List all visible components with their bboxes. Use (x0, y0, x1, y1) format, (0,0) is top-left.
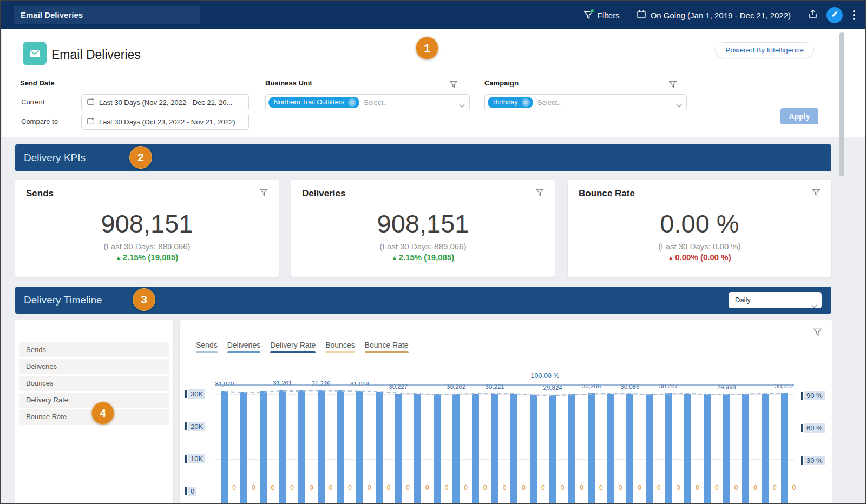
kpi-filter-icon[interactable] (812, 188, 821, 199)
date-range-label: On Going (Jan 1, 2019 - Dec 21, 2022) (651, 11, 791, 20)
sends-bar[interactable] (472, 394, 479, 504)
bounces-zero-label: 0 (580, 484, 583, 492)
date-range-button[interactable]: On Going (Jan 1, 2019 - Dec 21, 2022) (637, 9, 791, 21)
sends-bar[interactable] (665, 393, 672, 504)
sends-bar[interactable] (395, 394, 402, 504)
business-unit-select[interactable]: Northern Trail Outfitters ✕ Select.. (265, 94, 470, 110)
send-date-label: Send Date (20, 79, 55, 87)
kpi-subtext: (Last 30 Days: 0.00 %) (579, 242, 821, 251)
metric-item-sends[interactable]: Sends (19, 342, 169, 357)
delta-up-icon: ▲ (668, 255, 673, 261)
legend-tab-sends[interactable]: Sends (196, 341, 218, 353)
sends-bar[interactable] (530, 395, 537, 504)
sends-bar[interactable] (434, 394, 441, 504)
left-axis-tick: 10K (185, 454, 205, 463)
dashboard-title-input[interactable]: Email Deliveries (14, 6, 200, 24)
left-axis-tick: 30K (185, 389, 205, 399)
sends-bar[interactable] (607, 394, 614, 504)
sends-bar[interactable] (510, 394, 517, 504)
export-button[interactable] (808, 9, 818, 22)
kpi-title: Sends (26, 188, 268, 199)
more-menu-button[interactable] (851, 8, 857, 22)
sends-bar[interactable] (549, 395, 556, 504)
sends-bar[interactable] (646, 394, 653, 504)
divider (628, 8, 628, 22)
kpi-filter-icon[interactable] (535, 188, 544, 199)
sends-bar[interactable] (684, 394, 691, 504)
sends-bar[interactable] (704, 394, 711, 504)
current-date-input[interactable]: Last 30 Days (Nov 22, 2022 - Dec 21, 20.… (81, 94, 249, 110)
campaign-select[interactable]: Birthday ✕ Select.. (484, 94, 687, 110)
sends-bar[interactable] (376, 392, 383, 504)
kpi-title: Bounce Rate (579, 188, 821, 199)
sends-bar[interactable] (742, 394, 749, 504)
timeline-chart: 31,07000031,2610031,2260031,0140030,2270… (215, 320, 794, 504)
bounces-zero-label: 0 (541, 484, 545, 492)
sends-bar[interactable] (626, 394, 633, 504)
kpi-section-title: Delivery KPIs (15, 152, 86, 164)
sends-bar[interactable] (318, 390, 325, 504)
filters-button[interactable]: Filters (583, 10, 620, 20)
sends-bar[interactable] (414, 394, 421, 504)
compare-date-input[interactable]: Last 30 Days (Oct 23, 2022 - Nov 21, 202… (81, 114, 249, 130)
sends-bar[interactable] (356, 391, 363, 504)
campaign-filter-icon[interactable] (668, 80, 677, 91)
bounces-zero-label: 0 (310, 484, 313, 492)
bounces-zero-label: 0 (290, 484, 294, 492)
metric-item-deliveries[interactable]: Deliveries (19, 359, 169, 374)
sends-bar[interactable] (337, 390, 344, 504)
bounces-zero-label: 0 (792, 484, 796, 492)
kpi-value: 0.00 % (579, 209, 821, 238)
chip-label: Birthday (493, 98, 518, 106)
kpi-value: 908,151 (302, 209, 544, 238)
sends-bar[interactable] (781, 393, 788, 504)
page-scrollbar[interactable] (839, 32, 844, 176)
annotation-badge-4: 4 (91, 402, 114, 425)
sends-bar[interactable] (240, 392, 247, 504)
bar-value-label: 30,287 (659, 383, 678, 389)
sends-bar[interactable] (723, 394, 730, 504)
bounces-zero-label: 0 (503, 484, 507, 492)
sends-bar[interactable] (221, 391, 228, 504)
bar-value-label: 30,317 (775, 383, 794, 389)
kpi-card-deliveries: Deliveries 908,151 (Last 30 Days: 889,06… (291, 180, 555, 277)
current-label: Current (21, 98, 44, 106)
sends-bar[interactable] (279, 390, 286, 504)
calendar-icon (87, 117, 95, 127)
annotation-badge-1: 1 (416, 37, 438, 59)
compare-date-value: Last 30 Days (Oct 23, 2022 - Nov 21, 202… (99, 118, 235, 126)
apply-button[interactable]: Apply (780, 108, 818, 124)
bounces-zero-label: 0 (619, 484, 622, 492)
business-unit-chip: Northern Trail Outfitters ✕ (268, 97, 359, 108)
edit-button[interactable] (826, 7, 843, 23)
sends-bar[interactable] (260, 391, 267, 504)
sends-bar[interactable] (588, 393, 595, 504)
bar-value-label: 31,261 (273, 380, 292, 386)
sends-bar[interactable] (491, 394, 498, 504)
left-axis-tick: 20K (185, 422, 205, 431)
sends-bar[interactable] (298, 390, 305, 504)
granularity-select[interactable]: Daily (729, 292, 822, 308)
bar-value-label: 30,227 (389, 383, 408, 390)
sends-bar[interactable] (762, 394, 769, 504)
metric-item-bounces[interactable]: Bounces (19, 376, 169, 391)
sends-bar[interactable] (568, 394, 575, 504)
kpi-delta: ▲2.15% (19,085) (302, 253, 544, 262)
business-unit-label: Business Unit (265, 79, 312, 87)
kpi-card-sends: Sends 908,151 (Last 30 Days: 889,066) ▲2… (15, 180, 279, 277)
select-placeholder: Select.. (364, 98, 387, 107)
powered-by-button[interactable]: Powered By Intelligence (715, 42, 814, 58)
bounces-zero-label: 0 (753, 484, 757, 492)
divider (799, 8, 799, 22)
bar-value-label: 31,226 (312, 380, 331, 387)
chip-label: Northern Trail Outfitters (274, 98, 344, 106)
bar-value-label: 30,086 (620, 383, 639, 390)
bar-value-label: 29,824 (543, 384, 562, 391)
bounces-zero-label: 0 (464, 484, 468, 492)
sends-bar[interactable] (452, 394, 460, 504)
remove-chip-icon[interactable]: ✕ (522, 98, 530, 107)
kpi-filter-icon[interactable] (259, 188, 268, 199)
remove-chip-icon[interactable]: ✕ (348, 98, 356, 107)
business-unit-filter-icon[interactable] (449, 80, 458, 91)
chart-filter-icon[interactable] (813, 328, 822, 339)
